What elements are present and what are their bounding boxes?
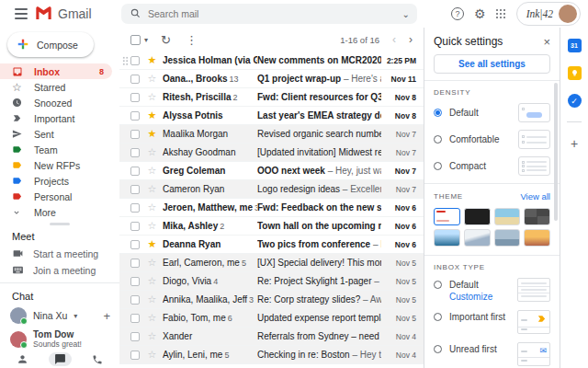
star-icon[interactable]: ☆ [146,92,158,102]
select-all-checkbox[interactable] [130,35,141,45]
search-icon[interactable] [130,8,141,20]
row-checkbox[interactable] [130,185,140,194]
inbox-type-option-important-first[interactable]: Important first [434,310,550,334]
star-icon[interactable]: ★ [146,129,158,139]
more-options-icon[interactable]: ⋮ [186,34,198,46]
email-row[interactable]: ☆ Earl, Cameron, me5 [UX] Special delive… [119,254,424,272]
customize-link[interactable]: Customize [449,292,517,302]
theme-thumbnail-blue-sky[interactable] [434,229,460,247]
row-checkbox[interactable] [130,295,140,305]
apps-grid-icon[interactable] [496,9,506,19]
tasks-icon[interactable]: ✓ [568,94,582,108]
row-checkbox[interactable] [130,111,140,121]
contacts-tab-person-icon[interactable] [11,352,34,366]
star-icon[interactable]: ☆ [146,350,158,360]
sidebar-item-inbox[interactable]: Inbox 8 [0,63,112,79]
star-icon[interactable]: ☆ [146,313,158,323]
older-page-chevron-icon[interactable]: › [409,33,413,46]
calendar-icon[interactable]: 31 [568,39,582,52]
email-row[interactable]: ☆ Ritesh, Priscilla2 Fwd: Client resourc… [119,88,424,107]
star-icon[interactable]: ★ [146,110,158,121]
search-input[interactable] [148,8,402,19]
email-row[interactable]: ☆ Oana.., Brooks13 Q1 project wrap-up – … [119,70,424,88]
chat-contact-tom-dow[interactable]: Tom Dow Sounds great! [0,328,119,351]
star-icon[interactable]: ☆ [146,331,158,341]
sidebar-item-snoozed[interactable]: Snoozed [0,95,112,110]
row-checkbox[interactable] [130,277,140,286]
search-bar[interactable]: ⌄ [121,4,417,24]
profile-avatar[interactable] [559,5,577,23]
keep-icon[interactable] [568,66,582,80]
email-row[interactable]: ☆ Mika, Ashley2 Town hall on the upcomin… [119,217,424,236]
help-icon[interactable]: ? [451,7,464,20]
star-icon[interactable]: ★ [146,55,158,65]
theme-thumbnail-sunset[interactable] [524,229,550,247]
row-checkbox[interactable] [130,130,140,139]
sidebar-item-team[interactable]: Team [0,142,112,157]
meet-item-start-a-meeting[interactable]: Start a meeting [0,246,119,262]
density-option-default[interactable]: Default [434,103,550,122]
select-dropdown-caret-icon[interactable]: ▾ [144,36,148,44]
theme-thumbnail-mountain[interactable] [464,229,491,247]
star-icon[interactable]: ☆ [146,276,158,286]
compose-button[interactable]: Compose [7,32,94,57]
radio-button[interactable] [434,162,442,170]
email-row[interactable]: ☆ Annika, Maalika, Jeff3 Re: Corp strate… [119,291,424,309]
star-icon[interactable]: ☆ [146,202,158,213]
inbox-type-option-unread-first[interactable]: Unread first ✉ [434,342,550,366]
star-icon[interactable]: ☆ [146,184,158,194]
chat-self-row[interactable]: Nina Xu ▾ + [0,305,119,328]
row-checkbox[interactable] [130,222,140,231]
theme-view-all-link[interactable]: View all [520,191,550,201]
email-row[interactable]: ★ Deanna Ryan Two pics from conference –… [119,236,424,254]
email-row[interactable]: ☆ Aylin, Leni, me5 Checking in re: Bosto… [119,346,424,364]
row-checkbox[interactable] [130,148,140,157]
email-row[interactable]: ☆ Greg Coleman OOO next week – Hey, just… [119,162,424,180]
theme-thumbnail-dark[interactable] [464,208,491,225]
sidebar-item-starred[interactable]: ☆ Starred [0,79,112,95]
theme-thumbnail-static[interactable] [524,208,550,225]
star-icon[interactable]: ☆ [146,166,158,176]
search-options-chevron-icon[interactable]: ⌄ [402,9,410,19]
star-icon[interactable]: ☆ [146,258,158,268]
density-option-comfortable[interactable]: Comfortable [434,130,550,149]
radio-button[interactable] [434,345,442,353]
star-icon[interactable]: ☆ [146,221,158,231]
account-pill[interactable]: Ink|42 [516,2,581,26]
row-checkbox[interactable] [130,93,140,102]
sidebar-item-more[interactable]: More [0,204,112,220]
settings-gear-icon[interactable]: ⚙ [474,7,486,20]
refresh-icon[interactable]: ↻ [161,34,171,46]
sidebar-item-personal[interactable]: Personal [0,189,112,204]
row-checkbox[interactable] [130,75,140,84]
new-chat-plus-icon[interactable]: + [103,309,110,323]
email-row[interactable]: ☆ Diogo, Vivia4 Re: Project Skylight 1-p… [119,272,424,291]
get-addons-plus-icon[interactable]: + [571,136,578,151]
sidebar-item-new-rfps[interactable]: New RFPs [0,157,112,173]
see-all-settings-button[interactable]: See all settings [434,54,550,74]
email-row[interactable]: ☆ Jeroen, Matthew, me3 Fwd: Feedback on … [119,199,424,217]
email-row[interactable]: ★ Maalika Morgan Revised organic search … [119,125,424,144]
density-option-compact[interactable]: Compact [434,156,550,176]
row-checkbox[interactable] [130,332,140,341]
radio-button[interactable] [434,135,442,144]
email-row[interactable]: ☆ Fabio, Tom, me6 Updated expense report… [119,309,424,328]
calls-tab-phone-icon[interactable] [86,353,108,366]
sidebar-item-sent[interactable]: Sent [0,126,112,142]
email-row[interactable]: ★ Jessica Holman (via Goog... New commen… [119,52,424,70]
row-checkbox[interactable] [130,203,140,213]
email-row[interactable]: ☆ Cameron Ryan Logo redesign ideas – Exc… [119,180,424,199]
theme-thumbnail-beach[interactable] [494,208,521,225]
drag-handle[interactable] [122,56,129,65]
row-checkbox[interactable] [130,351,140,360]
newer-page-chevron-icon[interactable]: ‹ [392,33,396,46]
radio-button[interactable] [434,281,442,289]
row-checkbox[interactable] [130,167,140,176]
star-icon[interactable]: ★ [146,239,158,249]
sidebar-item-important[interactable]: Important [0,110,112,126]
meet-item-join-a-meeting[interactable]: Join a meeting [0,262,119,279]
chat-status-chevron-icon[interactable]: ▾ [74,312,77,320]
close-icon[interactable]: × [543,36,550,48]
theme-thumbnail-lake[interactable] [494,229,521,247]
panel-scrollbar[interactable] [554,83,558,221]
